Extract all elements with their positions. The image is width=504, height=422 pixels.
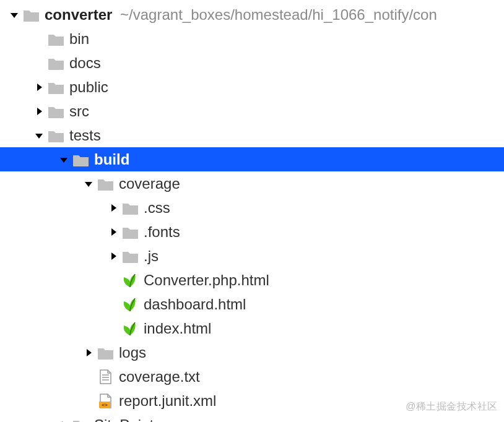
- folder-icon: [120, 248, 140, 264]
- chevron-right-icon[interactable]: [32, 106, 46, 116]
- tree-item-label: report.junit.xml: [119, 394, 216, 408]
- tree-item-converter[interactable]: converter ~/vagrant_boxes/homestead/hi_1…: [0, 2, 504, 27]
- tree-item-label: coverage: [119, 176, 180, 191]
- tree-item-label: SitePoint: [94, 418, 154, 423]
- tree-item-label: .js: [144, 249, 159, 264]
- folder-icon: [71, 417, 90, 423]
- tree-item-index-html[interactable]: index.html: [0, 316, 504, 340]
- tree-item-src[interactable]: src: [0, 99, 504, 123]
- tree-item-bin[interactable]: bin: [0, 27, 504, 51]
- tree-item-label: public: [69, 80, 108, 95]
- tree-item-docs[interactable]: docs: [0, 51, 504, 75]
- tree-item-public[interactable]: public: [0, 75, 504, 99]
- html-file-icon: [120, 296, 140, 312]
- tree-item-label: logs: [119, 345, 146, 360]
- tree-item-label: .css: [144, 200, 170, 215]
- file-tree: converter ~/vagrant_boxes/homestead/hi_1…: [0, 0, 504, 422]
- folder-icon: [120, 224, 140, 240]
- chevron-right-icon[interactable]: [106, 203, 120, 213]
- chevron-right-icon[interactable]: [106, 251, 120, 261]
- tree-item-label: converter ~/vagrant_boxes/homestead/hi_1…: [45, 7, 437, 22]
- tree-item-label: Converter.php.html: [144, 273, 269, 288]
- chevron-down-icon[interactable]: [57, 155, 71, 165]
- folder-icon: [46, 31, 66, 47]
- tree-item-fonts[interactable]: .fonts: [0, 220, 504, 244]
- folder-icon: [95, 345, 115, 361]
- tree-item-logs[interactable]: logs: [0, 340, 504, 364]
- chevron-down-icon[interactable]: [7, 10, 21, 20]
- chevron-right-icon[interactable]: [82, 348, 95, 358]
- tree-item-label: tests: [69, 128, 101, 143]
- chevron-down-icon[interactable]: [82, 179, 95, 189]
- text-file-icon: [95, 369, 115, 385]
- xml-file-icon: [95, 393, 115, 409]
- tree-item-label: src: [69, 104, 89, 119]
- folder-icon: [46, 55, 66, 71]
- tree-item-build[interactable]: build: [0, 147, 504, 171]
- folder-icon: [95, 176, 115, 192]
- tree-item-label: .fonts: [144, 225, 180, 239]
- tree-item-label: build: [94, 152, 129, 167]
- html-file-icon: [120, 321, 140, 337]
- folder-icon: [46, 103, 66, 119]
- folder-icon: [120, 200, 140, 216]
- tree-item-js[interactable]: .js: [0, 244, 504, 268]
- html-file-icon: [120, 272, 140, 288]
- tree-item-coverage[interactable]: coverage: [0, 171, 504, 196]
- folder-icon: [71, 152, 90, 168]
- tree-item-label: index.html: [144, 321, 211, 336]
- tree-item-label: dashboard.html: [144, 297, 246, 312]
- chevron-right-icon[interactable]: [57, 420, 71, 423]
- chevron-right-icon[interactable]: [106, 227, 120, 237]
- folder-icon: [21, 7, 41, 23]
- tree-item-label: coverage.txt: [119, 369, 200, 384]
- chevron-down-icon[interactable]: [32, 131, 46, 140]
- tree-item-css[interactable]: .css: [0, 196, 504, 220]
- tree-item-coverage-txt[interactable]: coverage.txt: [0, 364, 504, 389]
- watermark: @稀土掘金技术社区: [406, 400, 498, 413]
- tree-item-tests[interactable]: tests: [0, 123, 504, 147]
- tree-item-sitepoint[interactable]: SitePoint: [0, 413, 504, 422]
- chevron-right-icon[interactable]: [32, 82, 46, 92]
- tree-item-dashboard-html[interactable]: dashboard.html: [0, 292, 504, 316]
- tree-item-converter-html[interactable]: Converter.php.html: [0, 268, 504, 292]
- tree-item-label: bin: [69, 32, 89, 46]
- folder-icon: [46, 127, 66, 144]
- folder-icon: [46, 79, 66, 95]
- tree-item-label: docs: [69, 56, 101, 71]
